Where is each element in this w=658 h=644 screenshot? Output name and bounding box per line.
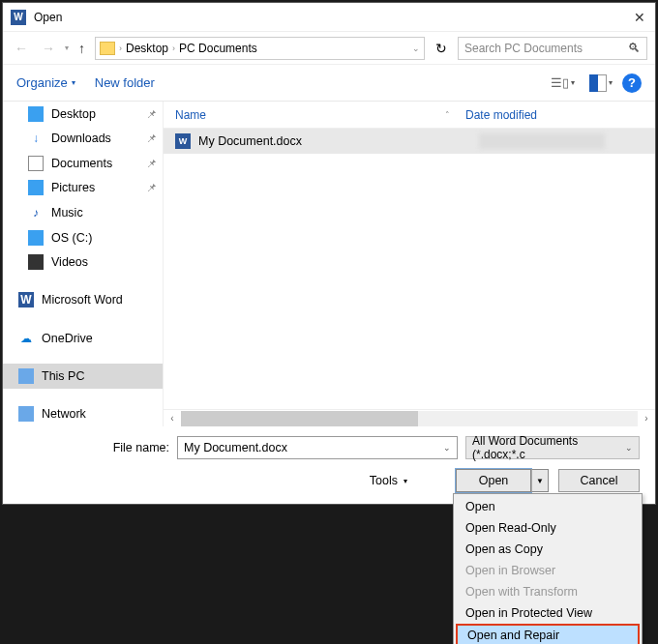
breadcrumb-item[interactable]: Desktop <box>126 42 168 55</box>
pin-icon: 📌︎ <box>146 108 157 120</box>
back-button[interactable]: ← <box>11 41 32 56</box>
network-icon <box>18 406 34 422</box>
titlebar: W Open ✕ <box>3 3 655 32</box>
sidebar-item-os[interactable]: OS (C:) <box>3 225 163 250</box>
search-icon: 🔍︎ <box>628 41 641 55</box>
sidebar-item-thispc[interactable]: This PC <box>3 364 163 389</box>
sidebar-item-downloads[interactable]: ↓ Downloads 📌︎ <box>3 127 163 152</box>
sidebar-item-documents[interactable]: Documents 📌︎ <box>3 151 163 176</box>
sidebar-item-pictures[interactable]: Pictures 📌︎ <box>3 176 163 201</box>
file-pane: Name ˄ Date modified W My Document.docx … <box>164 102 655 426</box>
scroll-thumb[interactable] <box>181 411 418 426</box>
refresh-button[interactable]: ↻ <box>431 37 452 60</box>
file-list[interactable]: W My Document.docx <box>164 129 655 409</box>
chevron-down-icon: ▾ <box>609 78 613 87</box>
file-name: My Document.docx <box>198 134 471 148</box>
button-row: Tools ▾ Open ▼ Cancel <box>18 469 640 492</box>
dialog-body: Desktop 📌︎ ↓ Downloads 📌︎ Documents 📌︎ P… <box>3 102 655 426</box>
preview-pane-button[interactable]: ▾ <box>589 74 613 92</box>
pane-icon <box>589 74 607 92</box>
folder-icon <box>100 42 115 55</box>
organize-button[interactable]: Organize ▾ <box>16 75 75 90</box>
close-icon[interactable]: ✕ <box>632 10 647 25</box>
onedrive-icon: ☁ <box>18 331 34 346</box>
help-button[interactable]: ? <box>622 73 642 93</box>
sort-arrow-icon: ˄ <box>445 110 450 120</box>
pictures-icon <box>28 180 44 195</box>
search-input[interactable]: Search PC Documents 🔍︎ <box>458 37 647 60</box>
chevron-down-icon: ⌄ <box>625 443 633 453</box>
chevron-down-icon: ▾ <box>72 78 75 87</box>
sidebar-item-desktop[interactable]: Desktop 📌︎ <box>3 102 163 127</box>
sidebar[interactable]: Desktop 📌︎ ↓ Downloads 📌︎ Documents 📌︎ P… <box>3 102 164 426</box>
word-app-icon: W <box>11 10 26 25</box>
horizontal-scrollbar[interactable]: ‹ › <box>164 409 655 426</box>
sidebar-item-music[interactable]: ♪ Music <box>3 200 163 225</box>
new-folder-button[interactable]: New folder <box>95 75 155 90</box>
open-button[interactable]: Open <box>456 469 531 492</box>
chevron-right-icon: › <box>119 44 122 53</box>
word-icon: W <box>18 292 34 307</box>
breadcrumb[interactable]: › Desktop › PC Documents ⌄ <box>95 37 425 60</box>
open-split-button: Open ▼ <box>456 469 549 492</box>
breadcrumb-item[interactable]: PC Documents <box>179 42 257 55</box>
up-button[interactable]: ↑ <box>75 41 89 56</box>
open-dropdown-button[interactable]: ▼ <box>531 469 549 492</box>
search-placeholder: Search PC Documents <box>464 42 583 55</box>
dropdown-item-browser: Open in Browser <box>456 560 640 581</box>
cancel-button[interactable]: Cancel <box>558 469 640 492</box>
toolbar: Organize ▾ New folder ☰▯ ▾ ▾ ? <box>3 65 655 102</box>
word-file-icon: W <box>175 133 191 149</box>
dropdown-item-open[interactable]: Open <box>456 496 640 517</box>
videos-icon <box>28 254 44 270</box>
chevron-down-icon: ▾ <box>571 78 575 87</box>
scroll-right-icon[interactable]: › <box>638 413 655 424</box>
thispc-icon <box>18 368 34 384</box>
dropdown-item-copy[interactable]: Open as Copy <box>456 539 640 560</box>
dropdown-item-repair[interactable]: Open and Repair <box>456 624 640 644</box>
pin-icon: 📌︎ <box>146 158 157 169</box>
file-date-redacted <box>479 133 605 149</box>
documents-icon <box>28 156 44 171</box>
chevron-right-icon: › <box>172 44 175 53</box>
download-icon: ↓ <box>28 131 44 146</box>
filename-row: File name: My Document.docx ⌄ All Word D… <box>18 436 640 459</box>
sidebar-item-videos[interactable]: Videos <box>3 249 163 275</box>
chevron-down-icon[interactable]: ⌄ <box>443 443 451 453</box>
view-options-button[interactable]: ☰▯ ▾ <box>546 73 580 93</box>
dropdown-item-protected[interactable]: Open in Protected View <box>456 602 640 624</box>
pin-icon: 📌︎ <box>146 182 157 193</box>
forward-button[interactable]: → <box>38 41 59 56</box>
scroll-track[interactable] <box>181 411 638 426</box>
open-dropdown-menu: Open Open Read-Only Open as Copy Open in… <box>453 493 643 644</box>
sidebar-item-word[interactable]: W Microsoft Word <box>3 288 163 313</box>
bottom-panel: File name: My Document.docx ⌄ All Word D… <box>3 426 655 504</box>
scroll-left-icon[interactable]: ‹ <box>164 413 181 424</box>
navbar: ← → ▾ ↑ › Desktop › PC Documents ⌄ ↻ Sea… <box>3 32 655 65</box>
list-view-icon: ☰▯ <box>551 75 569 90</box>
desktop-icon <box>28 106 44 122</box>
filename-label: File name: <box>18 441 169 454</box>
sidebar-item-onedrive[interactable]: ☁ OneDrive <box>3 326 163 351</box>
column-date[interactable]: Date modified <box>465 108 655 122</box>
chevron-down-icon[interactable]: ⌄ <box>412 44 420 53</box>
history-dropdown-icon[interactable]: ▾ <box>65 44 69 52</box>
tools-button[interactable]: Tools ▾ <box>370 474 407 487</box>
chevron-down-icon: ▾ <box>404 477 407 485</box>
file-row[interactable]: W My Document.docx <box>164 129 655 154</box>
filetype-select[interactable]: All Word Documents (*.docx;*.c ⌄ <box>465 436 640 459</box>
filename-input[interactable]: My Document.docx ⌄ <box>177 436 458 459</box>
dropdown-item-readonly[interactable]: Open Read-Only <box>456 517 640 539</box>
open-dialog: W Open ✕ ← → ▾ ↑ › Desktop › PC Document… <box>2 2 656 505</box>
column-name[interactable]: Name ˄ <box>175 108 465 122</box>
pin-icon: 📌︎ <box>146 132 157 144</box>
dialog-title: Open <box>34 11 632 24</box>
column-headers: Name ˄ Date modified <box>164 102 655 129</box>
dropdown-item-transform: Open with Transform <box>456 581 640 602</box>
sidebar-item-network[interactable]: Network <box>3 401 163 426</box>
music-icon: ♪ <box>28 205 44 220</box>
drive-icon <box>28 230 44 246</box>
